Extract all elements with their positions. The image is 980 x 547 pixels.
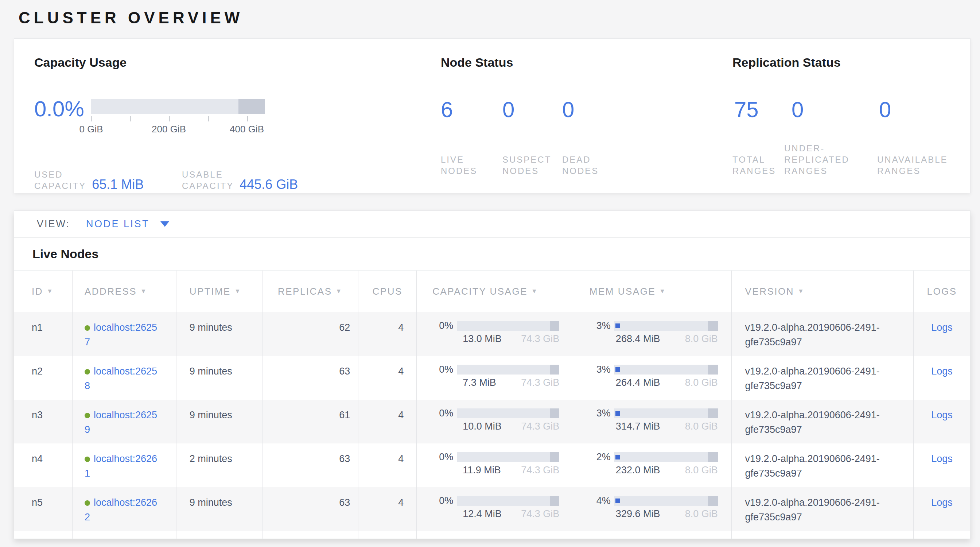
mem-usage-bar xyxy=(614,321,718,331)
node-address-link[interactable]: localhost:26258 xyxy=(84,366,157,391)
dead-nodes-label: DEAD NODES xyxy=(562,154,628,177)
column-header-cpus: CPUS▼ xyxy=(358,270,416,312)
mem-usage-bar xyxy=(614,409,718,418)
uptime-cell: 9 minutes xyxy=(176,312,262,356)
capacity-usage-bar xyxy=(457,365,559,375)
mem-usage-cell: 3% 268.4 MiB 8.0 GiB xyxy=(574,312,731,356)
mem-max-value: 8.0 GiB xyxy=(685,333,718,344)
sort-icon: ▼ xyxy=(659,288,666,295)
mem-usage-fill xyxy=(616,455,620,460)
node-id-cell: n1 xyxy=(14,312,72,356)
logs-link[interactable]: Logs xyxy=(931,497,953,508)
column-header-address[interactable]: ADDRESS▼ xyxy=(72,270,176,312)
node-address-link[interactable]: localhost:26261 xyxy=(84,453,157,479)
node-live-icon xyxy=(84,500,90,506)
usable-capacity-stat: USABLE CAPACITY 445.6 GiB xyxy=(182,169,298,191)
view-selector-dropdown[interactable]: NODE LIST xyxy=(86,218,169,230)
replicas-cell: 63 xyxy=(262,356,358,400)
capacity-percent-label: 0% xyxy=(432,452,453,475)
view-label: VIEW: xyxy=(37,218,70,230)
replicas-cell: 62 xyxy=(262,312,358,356)
usable-capacity-value: 445.6 GiB xyxy=(240,177,298,192)
uptime-cell: 2 minutes xyxy=(176,444,262,487)
logs-link[interactable]: Logs xyxy=(931,366,953,377)
summary-card: Capacity Usage 0.0% 0 GiB 200 GiB 400 Gi… xyxy=(14,38,970,193)
cpus-cell: 4 xyxy=(358,312,416,356)
sort-icon: ▼ xyxy=(234,288,241,295)
used-capacity-label: USED CAPACITY xyxy=(34,169,86,191)
mem-used-value: 314.7 MiB xyxy=(614,421,660,432)
capacity-max-value: 74.3 GiB xyxy=(521,377,559,388)
node-id-cell: n4 xyxy=(14,444,72,487)
live-nodes-value: 6 xyxy=(441,98,503,121)
total-ranges-value: 75 xyxy=(732,98,784,121)
chevron-down-icon xyxy=(161,221,169,227)
capacity-usage-cell: 0% 12.4 MiB 74.3 GiB xyxy=(416,487,574,531)
capacity-gauge-labels: 0 GiB 200 GiB 400 GiB xyxy=(91,124,265,135)
column-header-id[interactable]: ID▼ xyxy=(14,270,72,312)
logs-link[interactable]: Logs xyxy=(931,322,953,333)
node-address-link[interactable]: localhost:26259 xyxy=(84,410,157,435)
capacity-usage-bar xyxy=(457,452,559,462)
cluster-overview-page: CLUSTER OVERVIEW Capacity Usage 0.0% 0 G… xyxy=(0,0,980,547)
mem-percent-label: 3% xyxy=(590,320,611,344)
used-capacity-value: 65.1 MiB xyxy=(92,177,144,192)
cpus-cell: 4 xyxy=(358,356,416,400)
mem-usage-fill xyxy=(616,498,620,503)
unavailable-ranges-stat: 0 UNAVAILABLE RANGES xyxy=(877,98,952,177)
column-header-capacity-usage[interactable]: CAPACITY USAGE▼ xyxy=(416,270,574,312)
capacity-usage-cell: 0% 10.0 MiB 74.3 GiB xyxy=(416,400,574,444)
node-address-cell: localhost:26258 xyxy=(72,356,176,400)
table-title: Live Nodes xyxy=(32,247,99,261)
node-address-link[interactable]: localhost:26262 xyxy=(84,497,157,523)
sort-icon: ▼ xyxy=(336,288,343,295)
node-list-card: VIEW: NODE LIST Live Nodes ID▼ ADDRESS▼ … xyxy=(14,210,970,539)
mem-usage-fill xyxy=(616,367,620,372)
table-header-row: ID▼ ADDRESS▼ UPTIME▼ REPLICAS▼ CPUS▼ CAP… xyxy=(14,270,970,312)
column-header-version[interactable]: VERSION▼ xyxy=(731,270,914,312)
capacity-max-value: 74.3 GiB xyxy=(521,464,559,475)
logs-link[interactable]: Logs xyxy=(931,410,953,420)
mem-max-value: 8.0 GiB xyxy=(685,464,718,475)
node-id-cell: n5 xyxy=(14,487,72,531)
table-row: n1 localhost:26257 9 minutes 62 4 0% 13.… xyxy=(14,312,970,356)
node-address-cell: localhost:26262 xyxy=(72,487,176,531)
mem-percent-label: 3% xyxy=(590,408,611,432)
capacity-percent-label: 0% xyxy=(432,495,453,519)
node-live-icon xyxy=(84,413,90,418)
column-header-uptime[interactable]: UPTIME▼ xyxy=(176,270,262,312)
view-selected-value: NODE LIST xyxy=(86,218,150,230)
mem-reserved-segment xyxy=(708,321,718,331)
capacity-reserved-segment xyxy=(550,496,560,506)
capacity-used-value: 12.4 MiB xyxy=(457,508,502,519)
capacity-usage-bar xyxy=(457,496,559,506)
column-header-mem-usage[interactable]: MEM USAGE▼ xyxy=(574,270,731,312)
mem-usage-fill xyxy=(616,323,620,328)
table-row: n2 localhost:26258 9 minutes 63 4 0% 7.3… xyxy=(14,356,970,400)
logs-link[interactable]: Logs xyxy=(931,453,953,464)
sort-icon: ▼ xyxy=(531,288,538,295)
capacity-reserved-segment xyxy=(550,321,560,331)
capacity-reserved-segment xyxy=(550,365,560,375)
tick-label-200: 200 GiB xyxy=(152,124,186,135)
table-body: n1 localhost:26257 9 minutes 62 4 0% 13.… xyxy=(14,312,970,539)
capacity-percent-label: 0% xyxy=(432,320,453,344)
version-cell: v19.2.0-alpha.20190606-2491-gfe735c9a97 xyxy=(731,444,914,487)
capacity-used-value: 11.9 MiB xyxy=(457,464,501,475)
replication-status-title: Replication Status xyxy=(732,55,952,70)
replicas-cell: 63 xyxy=(262,487,358,531)
node-id-cell: n3 xyxy=(14,400,72,444)
capacity-usage-title: Capacity Usage xyxy=(34,55,127,70)
mem-usage-bar xyxy=(614,452,718,462)
mem-max-value: 8.0 GiB xyxy=(685,377,718,388)
version-cell: v19.2.0-alpha.20190606-2491-gfe735c9a97 xyxy=(731,312,914,356)
table-row: n3 localhost:26259 9 minutes 61 4 0% 10.… xyxy=(14,400,970,444)
node-address-link[interactable]: localhost:26257 xyxy=(84,322,157,348)
mem-usage-bar xyxy=(614,365,718,375)
capacity-reserved-segment xyxy=(550,452,560,462)
capacity-percent-label: 0% xyxy=(432,364,453,388)
logs-cell: Logs xyxy=(913,400,970,444)
node-live-icon xyxy=(84,369,90,375)
node-id-cell: n2 xyxy=(14,356,72,400)
column-header-replicas[interactable]: REPLICAS▼ xyxy=(262,270,358,312)
